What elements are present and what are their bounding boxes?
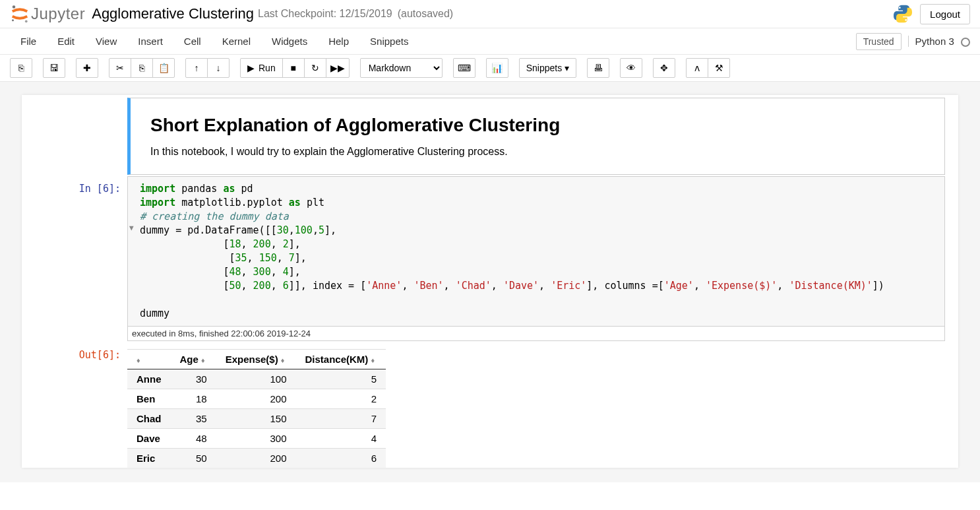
move-down-button[interactable]: ↓ <box>207 58 230 78</box>
cell-prompt-empty <box>35 95 127 175</box>
dataframe-header-row: ♦ Age ♦ Expense($) ♦ Distance(KM) ♦ <box>127 350 386 369</box>
output-cell: Out[6]: ♦ Age ♦ Expense($) ♦ Distance(KM… <box>35 342 945 468</box>
interrupt-button[interactable]: ■ <box>282 58 305 78</box>
table-row: Eric 50 200 6 <box>127 449 386 468</box>
floppy-icon: 🖫 <box>49 63 59 73</box>
sort-icon: ♦ <box>137 356 140 364</box>
hammer-icon: ⚒ <box>715 63 723 73</box>
chevron-down-icon: ▾ <box>565 63 569 73</box>
copy-button[interactable]: ⎘ <box>131 58 153 78</box>
sort-icon: ♦ <box>281 356 285 364</box>
code-input[interactable]: ▼import pandas as pd import matplotlib.p… <box>127 176 945 327</box>
stop-icon: ■ <box>290 63 295 73</box>
code-cell[interactable]: In [6]: ▼import pandas as pd import matp… <box>35 176 945 341</box>
col-header-expense[interactable]: Expense($) ♦ <box>216 350 296 369</box>
notebook-container: Short Explanation of Agglomerative Clust… <box>22 95 958 468</box>
keyboard-icon: ⌨ <box>458 63 471 73</box>
restart-button[interactable]: ↻ <box>304 58 326 78</box>
sort-icon: ♦ <box>371 356 375 364</box>
svg-point-1 <box>25 20 28 22</box>
jupyter-icon <box>10 4 30 24</box>
table-row: Ben 18 200 2 <box>127 389 386 409</box>
expand-button[interactable]: ⚒ <box>708 58 730 78</box>
trusted-indicator[interactable]: Trusted <box>856 33 902 50</box>
svg-point-4 <box>905 19 907 21</box>
markdown-paragraph: In this notebook, I would try to explain… <box>150 146 925 158</box>
notebook-body: Short Explanation of Agglomerative Clust… <box>0 82 980 482</box>
svg-point-2 <box>12 19 14 21</box>
toolbar: ⎘ 🖫 ✚ ✂ ⎘ 📋 ↑ ↓ ▶ Run ■ ↻ ▶▶ Markdown ⌨ … <box>0 55 980 82</box>
menubar: File Edit View Insert Cell Kernel Widget… <box>0 28 980 55</box>
move-button[interactable]: ✥ <box>653 58 675 78</box>
output-dataframe: ♦ Age ♦ Expense($) ♦ Distance(KM) ♦ Anne… <box>127 349 386 468</box>
arrow-down-icon: ↓ <box>216 63 221 73</box>
menu-kernel[interactable]: Kernel <box>212 30 261 52</box>
kernel-name[interactable]: Python 3 <box>908 36 970 47</box>
jupyter-logo[interactable]: Jupyter <box>10 4 85 24</box>
input-prompt: In [6]: <box>35 176 127 341</box>
markdown-heading: Short Explanation of Agglomerative Clust… <box>150 115 925 136</box>
svg-point-3 <box>899 7 901 9</box>
checkpoint-info: Last Checkpoint: 12/15/2019 <box>258 8 392 20</box>
logo-text: Jupyter <box>31 5 85 23</box>
move-up-button[interactable]: ↑ <box>185 58 208 78</box>
eye-icon: 👁 <box>627 63 636 73</box>
table-row: Chad 35 150 7 <box>127 409 386 429</box>
notebook-title[interactable]: Agglomerative Clustering <box>92 5 254 22</box>
presentation-button[interactable]: 👁 <box>620 58 642 78</box>
paste-icon: 📋 <box>158 63 169 73</box>
markdown-content: Short Explanation of Agglomerative Clust… <box>127 98 945 175</box>
menu-file[interactable]: File <box>10 30 47 52</box>
run-icon: ▶ <box>247 63 255 73</box>
menu-widgets[interactable]: Widgets <box>261 30 318 52</box>
index-header[interactable]: ♦ <box>127 350 171 369</box>
col-header-age[interactable]: Age ♦ <box>171 350 216 369</box>
paste-button[interactable]: 📋 <box>152 58 175 78</box>
dataframe-body: Anne 30 100 5 Ben 18 200 2 Chad <box>127 369 386 468</box>
chevron-up-icon: ʌ <box>694 63 700 73</box>
markdown-cell[interactable]: Short Explanation of Agglomerative Clust… <box>35 95 945 175</box>
output-prompt: Out[6]: <box>35 342 127 468</box>
print-button[interactable]: 🖶 <box>587 58 609 78</box>
menu-view[interactable]: View <box>85 30 127 52</box>
execution-info: executed in 8ms, finished 22:00:06 2019-… <box>127 327 945 341</box>
command-palette-button[interactable]: ⌨ <box>453 58 475 78</box>
fold-arrow-icon[interactable]: ▼ <box>129 223 134 233</box>
table-row: Dave 48 300 4 <box>127 429 386 449</box>
sort-icon: ♦ <box>201 356 205 364</box>
menu-snippets[interactable]: Snippets <box>359 30 419 52</box>
restart-icon: ↻ <box>311 63 319 73</box>
plus-icon: ✚ <box>83 63 91 73</box>
menu-edit[interactable]: Edit <box>47 30 85 52</box>
save-checkpoint-button[interactable]: 🖫 <box>43 58 65 78</box>
menu-help[interactable]: Help <box>318 30 359 52</box>
logout-button[interactable]: Logout <box>920 4 970 24</box>
table-row: Anne 30 100 5 <box>127 369 386 389</box>
arrow-up-icon: ↑ <box>195 63 199 73</box>
menu-insert[interactable]: Insert <box>127 30 173 52</box>
run-button[interactable]: ▶ Run <box>240 58 283 78</box>
move-icon: ✥ <box>660 63 668 73</box>
cut-button[interactable]: ✂ <box>109 58 131 78</box>
python-icon <box>892 3 913 24</box>
save-icon: ⎘ <box>18 63 24 73</box>
cut-icon: ✂ <box>116 63 124 73</box>
insert-cell-button[interactable]: ✚ <box>76 58 98 78</box>
autosave-status: (autosaved) <box>398 8 454 20</box>
col-header-distance[interactable]: Distance(KM) ♦ <box>295 350 386 369</box>
svg-point-0 <box>13 5 16 9</box>
print-icon: 🖶 <box>594 63 603 73</box>
save-button[interactable]: ⎘ <box>10 58 32 78</box>
kernel-status-icon <box>961 38 970 47</box>
menu-cell[interactable]: Cell <box>173 30 212 52</box>
snippets-dropdown[interactable]: Snippets ▾ <box>519 58 576 78</box>
chart-icon: 📊 <box>491 63 503 73</box>
copy-icon: ⎘ <box>139 63 144 73</box>
collapse-button[interactable]: ʌ <box>686 58 708 78</box>
snippets-label: Snippets <box>526 63 562 73</box>
restart-run-all-button[interactable]: ▶▶ <box>326 58 350 78</box>
header: Jupyter Agglomerative Clustering Last Ch… <box>0 0 980 28</box>
fast-forward-icon: ▶▶ <box>330 63 345 73</box>
cell-type-select[interactable]: Markdown <box>360 58 443 78</box>
chart-button[interactable]: 📊 <box>486 58 508 78</box>
